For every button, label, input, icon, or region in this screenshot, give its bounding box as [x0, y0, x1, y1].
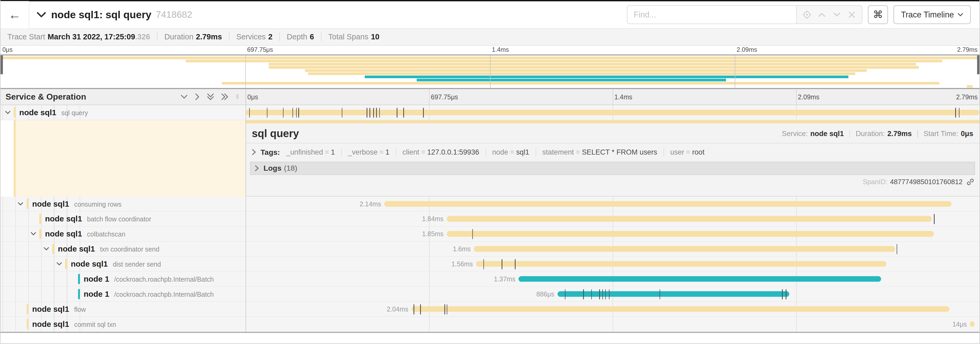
operation-name: colbatchscan: [87, 230, 125, 238]
summary-label: Trace Start: [7, 32, 45, 41]
span-bar[interactable]: [384, 201, 951, 206]
span-row: node sql1flow2.04ms: [0, 302, 980, 317]
span-tree-cell[interactable]: node sql1txn coordinator send: [0, 242, 245, 256]
minimap-span-bar: [417, 79, 726, 82]
span-bar-cell[interactable]: 14μs: [245, 317, 980, 331]
next-match-icon[interactable]: [829, 6, 845, 24]
keyboard-shortcuts-button[interactable]: ⌘: [868, 5, 888, 24]
service-label: Service:: [782, 130, 808, 138]
prev-match-icon[interactable]: [815, 6, 829, 24]
service-color-bar: [39, 229, 41, 239]
span-row: node sql1txn coordinator send1.6ms: [0, 242, 980, 257]
span-bar[interactable]: [245, 110, 980, 115]
find-group: [627, 5, 862, 24]
collapse-controls: [180, 93, 236, 101]
chevron-down-icon[interactable]: [56, 262, 62, 266]
span-log-marker: [414, 304, 414, 314]
span-log-marker: [959, 108, 959, 118]
detail-title-bar: sql query Service:node sql1 Duration:2.7…: [245, 123, 980, 144]
minimap-right-handle[interactable]: [977, 56, 980, 74]
span-log-marker: [369, 108, 370, 118]
view-selector-button[interactable]: Trace Timeline: [894, 5, 970, 24]
span-bar[interactable]: [447, 216, 932, 222]
span-tree-cell[interactable]: node sql1flow: [0, 302, 245, 316]
tag-equals: =: [686, 148, 690, 156]
clear-find-icon[interactable]: [845, 6, 859, 24]
trace-summary-item: Trace StartMarch 31 2022, 17:25:09.326: [0, 32, 157, 41]
span-log-marker: [515, 259, 515, 269]
focus-match-icon[interactable]: [799, 6, 815, 24]
double-chevron-right-icon[interactable]: [221, 93, 228, 101]
span-bar[interactable]: [476, 261, 886, 267]
chevron-down-icon[interactable]: [43, 247, 49, 251]
span-bar[interactable]: [519, 276, 881, 282]
span-tree-cell[interactable]: node sql1commit sql txn: [0, 317, 245, 331]
span-bar-cell[interactable]: 1.85ms: [245, 227, 980, 241]
ruler-tick-label: 2.79ms: [956, 93, 978, 101]
span-bar-cell[interactable]: 1.37ms: [245, 272, 980, 286]
column-resize-handle[interactable]: ‖: [236, 93, 239, 101]
span-duration-label: 1.37ms: [494, 275, 515, 283]
span-bar-cell[interactable]: 2.14ms: [245, 197, 980, 211]
service-name: node 1/cockroach.roachpb.Internal/Batch: [84, 275, 214, 283]
minimap-left-handle[interactable]: [0, 56, 3, 74]
service-color-bar: [65, 259, 67, 269]
find-buttons: [797, 5, 862, 24]
trace-header: ← node sql1: sql query 7418682 ⌘ Trace T…: [0, 1, 980, 29]
span-bar[interactable]: [447, 231, 934, 237]
expand-one-icon[interactable]: [195, 93, 200, 101]
span-bar[interactable]: [411, 306, 950, 312]
trace-title-toggle[interactable]: node sql1: sql query 7418682: [37, 9, 192, 21]
span-tree-cell[interactable]: node 1/cockroach.roachpb.Internal/Batch: [0, 272, 245, 286]
span-tree-cell[interactable]: node sql1batch flow coordinator: [0, 212, 245, 226]
chevron-down-icon[interactable]: [30, 232, 36, 236]
span-log-marker: [342, 108, 342, 118]
span-bar-cell[interactable]: 1.56ms: [245, 257, 980, 271]
tags-expander[interactable]: Tags: _unfinished=1_verbose=1client=127.…: [245, 144, 980, 160]
span-id-label: SpanID:: [863, 178, 888, 186]
span-bar[interactable]: [474, 246, 895, 252]
span-row: node sql1batch flow coordinator1.84ms: [0, 212, 980, 227]
span-tree-cell[interactable]: node sql1dist sender send: [0, 257, 245, 271]
span-tree-cell[interactable]: node 1/cockroach.roachpb.Internal/Batch: [0, 286, 245, 301]
span-log-marker: [473, 229, 473, 239]
span-bar-cell[interactable]: 1.6ms: [245, 242, 980, 256]
span-bar-cell[interactable]: 1.84ms: [245, 212, 980, 226]
service-color-bar: [27, 304, 29, 314]
span-bar-cell[interactable]: 886μs: [245, 286, 980, 301]
span-row: node sql1dist sender send1.56ms: [0, 257, 980, 272]
service-color-bar: [27, 319, 29, 329]
chevron-down-icon[interactable]: [18, 202, 23, 206]
span-duration-label: 2.14ms: [360, 200, 381, 208]
tag-equals: =: [510, 148, 514, 156]
link-icon[interactable]: [963, 178, 974, 186]
command-icon: ⌘: [873, 9, 883, 20]
span-bar-cell[interactable]: [245, 105, 980, 120]
span-log-marker: [403, 108, 404, 118]
tag-key: node: [492, 148, 508, 156]
chevron-down-icon[interactable]: [5, 110, 11, 114]
span-tree-cell[interactable]: node sql1sql query: [0, 105, 245, 120]
trace-summary-item: Depth6: [279, 32, 321, 41]
span-log-marker: [444, 304, 445, 314]
minimap-canvas[interactable]: [0, 54, 980, 89]
span-bar[interactable]: [557, 291, 789, 297]
span-tree-cell[interactable]: node sql1consuming rows: [0, 197, 245, 211]
span-log-marker: [379, 108, 380, 118]
logs-expander[interactable]: Logs (18): [250, 162, 975, 175]
service-color-bar: [27, 199, 29, 209]
service-operation-header: Service & Operation ‖: [0, 89, 245, 105]
span-bar-cell[interactable]: 2.04ms: [245, 302, 980, 316]
find-input[interactable]: [627, 5, 797, 24]
span-tree-cell[interactable]: node sql1colbatchscan: [0, 227, 245, 241]
ruler-tick-label: 1.4ms: [492, 46, 509, 53]
span-id-value: 4877749850101760812: [890, 178, 963, 186]
page-title: node sql1: sql query: [51, 9, 151, 21]
service-name: node sql1commit sql txn: [32, 320, 116, 329]
back-button[interactable]: ←: [0, 1, 29, 29]
collapse-all-icon[interactable]: [180, 94, 188, 99]
span-bar[interactable]: [970, 321, 974, 327]
service-name: node sql1dist sender send: [71, 259, 161, 269]
double-chevron-down-icon[interactable]: [207, 93, 214, 101]
span-row: node 1/cockroach.roachpb.Internal/Batch8…: [0, 286, 980, 302]
